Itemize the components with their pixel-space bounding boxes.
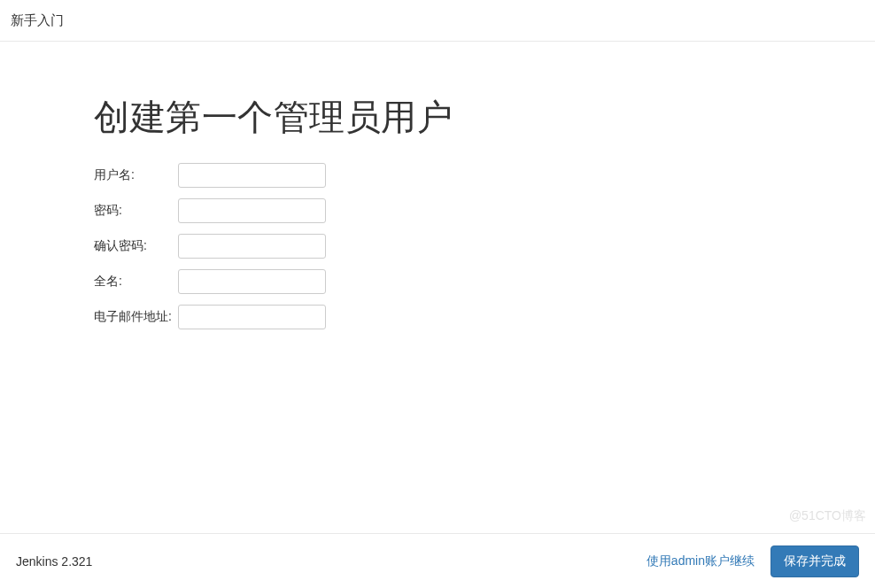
password-input[interactable] [178,198,326,223]
save-and-finish-button[interactable]: 保存并完成 [770,545,859,577]
email-label: 电子邮件地址: [94,309,178,325]
skip-admin-button[interactable]: 使用admin账户继续 [647,553,755,569]
confirm-password-input[interactable] [178,234,326,259]
footer: Jenkins 2.321 使用admin账户继续 保存并完成 [0,533,875,588]
email-input[interactable] [178,305,326,329]
form-row-password: 密码: [94,198,875,223]
version-label: Jenkins 2.321 [16,554,647,569]
header: 新手入门 [0,0,875,42]
form-row-email: 电子邮件地址: [94,305,875,329]
footer-actions: 使用admin账户继续 保存并完成 [647,545,859,577]
page-title: 创建第一个管理员用户 [94,93,875,142]
header-title: 新手入门 [11,12,64,27]
form-row-username: 用户名: [94,163,875,188]
username-label: 用户名: [94,167,178,183]
form-row-fullname: 全名: [94,269,875,294]
fullname-label: 全名: [94,274,178,290]
password-label: 密码: [94,203,178,219]
fullname-input[interactable] [178,269,326,294]
username-input[interactable] [178,163,326,188]
confirm-password-label: 确认密码: [94,238,178,254]
form-row-confirm-password: 确认密码: [94,234,875,259]
main-content: 创建第一个管理员用户 用户名: 密码: 确认密码: 全名: 电子邮件地址: [0,42,875,533]
